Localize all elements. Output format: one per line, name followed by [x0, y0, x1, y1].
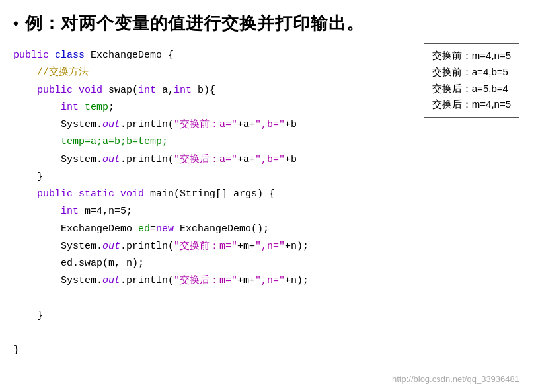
output-line-4: 交换后：m=4,n=5: [432, 97, 511, 113]
code-line-13: ed.swap(m, n);: [13, 255, 521, 272]
code-line-15: [13, 290, 521, 307]
code-line-8: }: [13, 169, 521, 186]
output-box: 交换前：m=4,n=5 交换前：a=4,b=5 交换后：a=5,b=4 交换后：…: [424, 43, 519, 118]
code-line-10: int m=4,n=5;: [13, 203, 521, 220]
code-line-11: ExchangeDemo ed=new ExchangeDemo();: [13, 221, 521, 238]
bullet: •: [13, 15, 19, 32]
code-line-7: System.out.println("交换后：a="+a+",b="+b: [13, 151, 521, 169]
title-text: 例：对两个变量的值进行交换并打印输出。: [25, 12, 364, 35]
code-line-6: temp=a;a=b;b=temp;: [13, 134, 521, 151]
watermark: http://blog.csdn.net/qq_33936481: [392, 374, 519, 384]
output-line-1: 交换前：m=4,n=5: [432, 48, 511, 64]
code-line-12: System.out.println("交换前：m="+m+",n="+n);: [13, 238, 521, 255]
code-line-5: System.out.println("交换前：a="+a+",b="+b: [13, 116, 521, 134]
code-line-9: public static void main(String[] args) {: [13, 186, 521, 203]
code-line-14: System.out.println("交换后：m="+m+",n="+n);: [13, 272, 521, 290]
page-container: • 例：对两个变量的值进行交换并打印输出。 交换前：m=4,n=5 交换前：a=…: [0, 0, 534, 392]
code-line-18: }: [13, 342, 521, 359]
output-line-3: 交换后：a=5,b=4: [432, 81, 511, 97]
output-line-2: 交换前：a=4,b=5: [432, 64, 511, 81]
code-line-17: [13, 325, 521, 342]
code-line-16: }: [13, 307, 521, 325]
title-row: • 例：对两个变量的值进行交换并打印输出。: [13, 12, 521, 35]
